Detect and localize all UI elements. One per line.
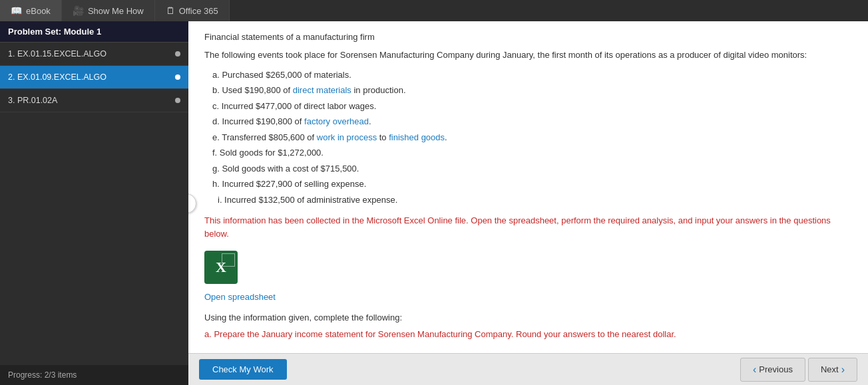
link-work-in-process[interactable]: work in process (317, 132, 377, 142)
link-direct-materials[interactable]: direct materials (293, 85, 351, 95)
event-list: a. Purchased $265,000 of materials. b. U… (212, 68, 852, 207)
previous-button[interactable]: ‹ Previous (740, 358, 805, 382)
office-icon: 🗒 (166, 5, 175, 16)
income-statement: Sorensen Manufacturing Company Income St… (204, 352, 852, 354)
top-tab-bar: 📖 eBook 🎥 Show Me How 🗒 Office 365 (0, 0, 868, 21)
sidebar-item-ex0115[interactable]: 1. EX.01.15.EXCEL.ALGO (0, 43, 188, 66)
list-item-g: g. Sold goods with a cost of $715,500. (212, 162, 852, 176)
tab-ebook[interactable]: 📖 eBook (0, 0, 62, 21)
item-dot-1 (175, 74, 180, 80)
list-item-e: e. Transferred $805,600 of work in proce… (212, 131, 852, 144)
list-item-i: i. Incurred $132,500 of administrative e… (218, 193, 852, 207)
bottom-bar: Check My Work ‹ Previous Next › (188, 353, 868, 385)
item-dot-2 (175, 98, 180, 103)
ebook-icon: 📖 (11, 5, 22, 16)
nav-buttons: ‹ Previous Next › (740, 358, 857, 382)
list-item-a: a. Purchased $265,000 of materials. (212, 68, 852, 82)
excel-section: Open spreadsheet (204, 251, 852, 302)
page-title: Financial statements of a manufacturing … (204, 32, 852, 42)
video-icon: 🎥 (73, 5, 84, 16)
main-layout: Problem Set: Module 1 1. EX.01.15.EXCEL.… (0, 21, 868, 385)
check-my-work-button[interactable]: Check My Work (199, 359, 287, 380)
using-text: Using the information given, complete th… (204, 313, 852, 322)
excel-icon[interactable] (204, 251, 238, 284)
link-factory-overhead[interactable]: factory overhead (304, 116, 369, 126)
list-item-b: b. Used $190,800 of direct materials in … (212, 84, 852, 97)
list-item-f: f. Sold goods for $1,272,000. (212, 146, 852, 160)
item-dot-0 (175, 51, 180, 57)
content-wrapper: ‹ Financial statements of a manufacturin… (188, 21, 868, 385)
intro-text: The following events took place for Sore… (204, 49, 852, 62)
right-arrow-icon: › (841, 364, 845, 376)
left-arrow-icon: ‹ (753, 364, 756, 376)
next-button[interactable]: Next › (808, 358, 857, 382)
link-finished-goods[interactable]: finished goods (389, 132, 445, 142)
content-scroll-area[interactable]: Financial statements of a manufacturing … (188, 21, 868, 353)
list-item-h: h. Incurred $227,900 of selling expense. (212, 178, 852, 191)
tab-show-me-how[interactable]: 🎥 Show Me How (62, 0, 155, 21)
sidebar-header: Problem Set: Module 1 (0, 21, 188, 43)
open-spreadsheet-link[interactable]: Open spreadsheet (204, 292, 276, 302)
tab-office365[interactable]: 🗒 Office 365 (155, 0, 230, 21)
list-item-d: d. Incurred $190,800 of factory overhead… (212, 115, 852, 128)
info-text: This information has been collected in t… (204, 214, 852, 240)
company-name: Sorensen Manufacturing Company (204, 352, 852, 354)
excel-grid (222, 253, 235, 267)
sidebar-item-ex0109[interactable]: 2. EX.01.09.EXCEL.ALGO (0, 66, 188, 89)
sidebar: Problem Set: Module 1 1. EX.01.15.EXCEL.… (0, 21, 188, 385)
sidebar-item-pr0102[interactable]: 3. PR.01.02A (0, 89, 188, 112)
list-item-c: c. Incurred $477,000 of direct labor wag… (212, 100, 852, 113)
sidebar-footer: Progress: 2/3 items (0, 365, 188, 385)
prepare-text: a. Prepare the January income statement … (204, 328, 852, 341)
